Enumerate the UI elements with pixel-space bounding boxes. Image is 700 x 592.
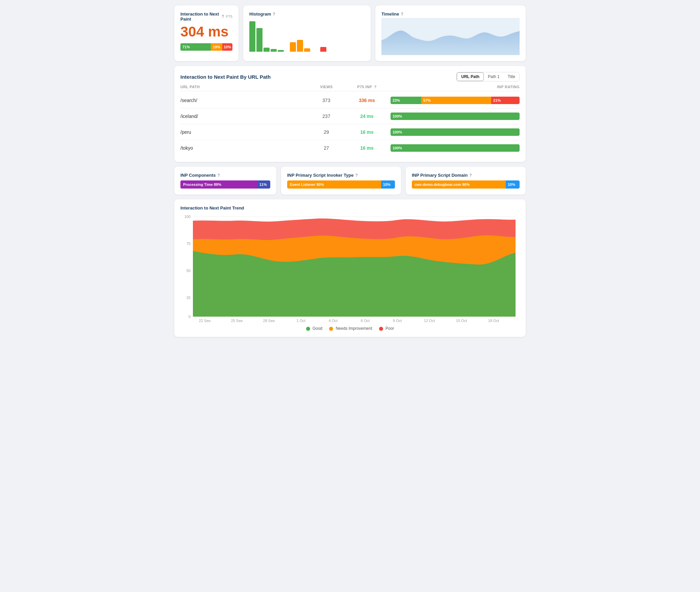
histogram-help-icon[interactable]: ? xyxy=(273,12,275,17)
hbar-1 xyxy=(249,21,255,52)
table-title: Interaction to Next Paint By URL Path xyxy=(180,74,271,80)
inp-search: 336 ms xyxy=(343,98,391,103)
inp-iceland: 24 ms xyxy=(343,114,391,119)
rating-all-good-tokyo: 100% xyxy=(391,144,520,152)
domain-title: INP Primary Script Domain ? xyxy=(412,173,520,178)
inp-card-title: Interaction to Next Paint ? P75 xyxy=(180,11,232,22)
table-row: /tokyo 27 16 ms 100% xyxy=(180,140,520,156)
svg-text:15 Oct: 15 Oct xyxy=(456,319,467,322)
rating-tokyo: 100% xyxy=(391,144,520,152)
hbar-6 xyxy=(290,42,296,52)
tab-title[interactable]: Title xyxy=(504,72,519,81)
hbar-7 xyxy=(297,40,303,52)
trend-svg-wrap: 100 75 50 25 0 22 Sep 25 Sep xyxy=(180,214,520,323)
rating-search: 23% 57% 21% xyxy=(391,97,520,104)
components-bar: Processing Time 89% 11% xyxy=(180,180,270,189)
timeline-area xyxy=(381,18,520,55)
inp-title-text: Interaction to Next Paint xyxy=(180,11,220,22)
legend-poor: Poor xyxy=(379,326,394,331)
invoker-other: 10% xyxy=(381,180,395,189)
inp-bar-needs: 19% xyxy=(211,43,222,51)
rating-bar-search: 23% 57% 21% xyxy=(391,97,520,104)
svg-text:50: 50 xyxy=(186,269,191,273)
col-url-path: URL PATH xyxy=(180,85,309,89)
domain-main: cwv-demo.debugbear.com 90% xyxy=(412,180,506,189)
svg-text:25 Sep: 25 Sep xyxy=(231,319,243,322)
svg-text:1 Oct: 1 Oct xyxy=(297,319,305,322)
tab-url-path[interactable]: URL Path xyxy=(457,72,484,81)
components-title: INP Components ? xyxy=(180,173,270,178)
inp-bar-good: 71% xyxy=(180,43,211,51)
domain-other: 10% xyxy=(506,180,520,189)
views-tokyo: 27 xyxy=(309,145,343,151)
path-tokyo: /tokyo xyxy=(180,145,309,151)
timeline-help-icon[interactable]: ? xyxy=(401,12,403,17)
hbar-5 xyxy=(278,50,284,52)
svg-text:75: 75 xyxy=(186,242,191,246)
table-row: /peru 29 16 ms 100% xyxy=(180,124,520,140)
components-row: INP Components ? Processing Time 89% 11%… xyxy=(174,167,526,195)
views-iceland: 237 xyxy=(309,114,343,119)
inp-badge: P75 xyxy=(226,15,232,19)
invoker-help-icon[interactable]: ? xyxy=(355,173,358,178)
svg-text:22 Sep: 22 Sep xyxy=(199,319,211,322)
histogram-title: Histogram ? xyxy=(249,11,365,17)
hbar-9 xyxy=(320,47,326,52)
components-help-icon[interactable]: ? xyxy=(218,173,220,178)
legend-needs: Needs Improvement xyxy=(329,326,372,331)
table-row: /iceland/ 237 24 ms 100% xyxy=(180,108,520,124)
inp-components-card: INP Components ? Processing Time 89% 11% xyxy=(174,167,276,195)
comp-processing: Processing Time 89% xyxy=(180,180,257,189)
hbar-2 xyxy=(256,28,262,52)
url-path-table-card: Interaction to Next Paint By URL Path UR… xyxy=(174,66,526,162)
rating-all-good-iceland: 100% xyxy=(391,113,520,120)
legend-good: Good xyxy=(306,326,323,331)
col-views: VIEWS xyxy=(309,85,343,89)
histogram-card: Histogram ? xyxy=(243,5,371,61)
rating-bar-peru: 100% xyxy=(391,128,520,136)
col-p75-inp: P75 INP ? xyxy=(343,85,391,89)
trend-svg: 100 75 50 25 0 22 Sep 25 Sep xyxy=(180,214,520,322)
top-row: Interaction to Next Paint ? P75 304 ms 7… xyxy=(174,5,526,61)
inp-card: Interaction to Next Paint ? P75 304 ms 7… xyxy=(174,5,239,61)
svg-text:18 Oct: 18 Oct xyxy=(488,319,499,322)
table-header-row: Interaction to Next Paint By URL Path UR… xyxy=(180,72,520,81)
tab-group[interactable]: URL Path Path 1 Title xyxy=(456,72,520,81)
rating-iceland: 100% xyxy=(391,113,520,120)
svg-text:6 Oct: 6 Oct xyxy=(361,319,370,322)
svg-text:4 Oct: 4 Oct xyxy=(329,319,338,322)
timeline-card: Timeline ? xyxy=(375,5,526,61)
invoker-bar: Event Listener 90% 10% xyxy=(287,180,395,189)
histogram-bars xyxy=(249,18,365,52)
inp-value: 304 ms xyxy=(180,24,232,40)
hbar-4 xyxy=(271,49,277,52)
svg-text:0: 0 xyxy=(189,315,191,319)
table-row: /search/ 373 336 ms 23% 57% 21% xyxy=(180,93,520,108)
rating-needs-search: 57% xyxy=(421,97,491,104)
inp-domain-card: INP Primary Script Domain ? cwv-demo.deb… xyxy=(406,167,526,195)
svg-text:100: 100 xyxy=(184,215,191,219)
inp-help-icon[interactable]: ? xyxy=(222,14,224,19)
path-peru: /peru xyxy=(180,129,309,135)
domain-help-icon[interactable]: ? xyxy=(469,173,472,178)
inp-tokyo: 16 ms xyxy=(343,145,391,151)
svg-text:25: 25 xyxy=(186,296,191,300)
tab-path1[interactable]: Path 1 xyxy=(484,72,504,81)
invoker-title: INP Primary Script Invoker Type ? xyxy=(287,173,395,178)
trend-legend: Good Needs Improvement Poor xyxy=(180,326,520,331)
svg-text:12 Oct: 12 Oct xyxy=(424,319,435,322)
trend-title: Interaction to Next Paint Trend xyxy=(180,205,520,211)
rating-peru: 100% xyxy=(391,128,520,136)
comp-other: 11% xyxy=(257,180,270,189)
rating-bar-iceland: 100% xyxy=(391,113,520,120)
col-inp-rating: INP RATING xyxy=(391,85,520,89)
path-search: /search/ xyxy=(180,98,309,103)
views-peru: 29 xyxy=(309,129,343,135)
invoker-event: Event Listener 90% xyxy=(287,180,381,189)
table-column-headers: URL PATH VIEWS P75 INP ? INP RATING xyxy=(180,85,520,91)
inp-peru: 16 ms xyxy=(343,129,391,135)
path-iceland: /iceland/ xyxy=(180,114,309,119)
dashboard: Interaction to Next Paint ? P75 304 ms 7… xyxy=(174,5,526,337)
p75-help-icon[interactable]: ? xyxy=(374,85,377,89)
inp-bar: 71% 19% 10% xyxy=(180,43,232,51)
